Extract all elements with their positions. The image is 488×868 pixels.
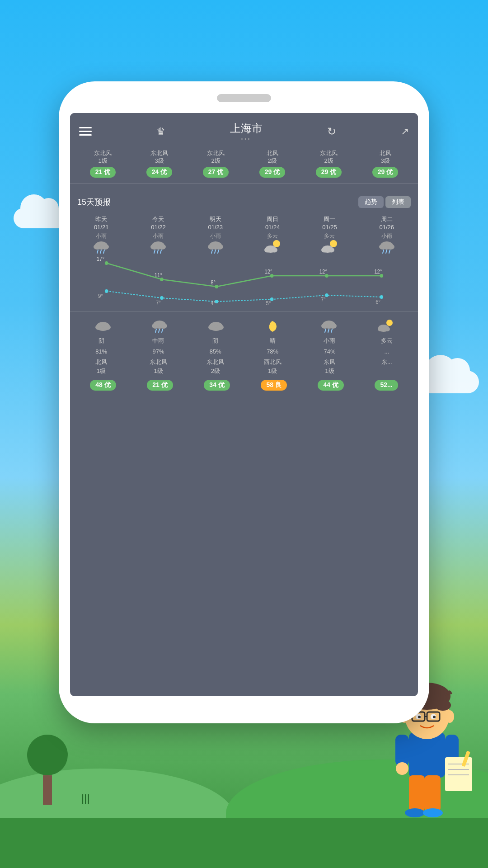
bottom-aqi-row: 48 优 21 优 34 优 58 良 44 优 52... (70, 376, 418, 394)
temperature-chart: 17° 11° 8° 12° 12° 12° 9° 7° 4° 5° 7° 6° (70, 256, 418, 306)
svg-line-89 (162, 329, 163, 332)
svg-point-50 (328, 248, 334, 253)
forecast-day-5: 周二01/26 小雨 (358, 215, 415, 255)
svg-text:7°: 7° (321, 297, 326, 302)
svg-text:8°: 8° (211, 279, 216, 285)
aqi-badge-5: 29 优 (372, 167, 398, 178)
bottom-aqi-3: 58 良 (261, 380, 286, 391)
svg-line-54 (383, 250, 384, 253)
forecast-tabs: 趋势 列表 (358, 196, 411, 208)
svg-point-101 (378, 327, 383, 331)
aqi-badge-2: 27 优 (203, 167, 229, 178)
svg-point-82 (95, 325, 103, 330)
svg-point-99 (386, 320, 393, 326)
condition-2: 阴 (187, 336, 244, 345)
menu-button[interactable] (79, 127, 92, 136)
detail-icons-row (70, 317, 418, 335)
svg-point-14 (396, 762, 408, 775)
svg-text:9°: 9° (98, 293, 103, 299)
svg-line-40 (211, 250, 212, 253)
svg-text:17°: 17° (97, 256, 104, 262)
svg-text:4°: 4° (211, 300, 216, 306)
forecast-title: 15天预报 (77, 197, 111, 208)
humidity-2: 85% (187, 347, 244, 356)
svg-line-34 (154, 250, 155, 253)
wind-2: 东北风2级 (187, 358, 244, 375)
aqi-item-1: 东北风3级 24 优 (146, 150, 172, 178)
aqi-badge-1: 24 优 (146, 167, 172, 178)
detail-icon-2 (188, 319, 244, 334)
humidity-1: 97% (130, 347, 187, 356)
detail-icon-4 (300, 319, 357, 334)
svg-point-83 (103, 325, 111, 330)
detail-icon-3 (244, 319, 300, 334)
detail-icon-1 (131, 319, 188, 334)
svg-point-24 (423, 808, 443, 817)
bottom-aqi-2: 34 优 (204, 380, 230, 391)
svg-line-97 (328, 329, 329, 332)
aqi-row: 东北风1级 21 优 东北风3级 24 优 东北风2级 27 优 北风2级 29… (70, 146, 418, 181)
svg-point-43 (273, 240, 280, 247)
svg-line-28 (97, 250, 98, 253)
phone-screen: ♛ 上海市 ••• ↻ ↗ 东北风1级 21 优 东北风3级 24 优 东北风2… (70, 113, 418, 696)
svg-rect-22 (425, 775, 441, 811)
condition-0: 阴 (73, 336, 130, 345)
humidity-row: 81% 97% 85% 78% 74% ... (70, 346, 418, 357)
aqi-item-0: 东北风1级 21 优 (90, 150, 116, 178)
wind-0: 北风1级 (73, 358, 130, 375)
svg-point-12 (445, 710, 454, 723)
crown-icon: ♛ (156, 126, 165, 137)
svg-line-56 (389, 250, 390, 253)
tab-list[interactable]: 列表 (385, 196, 411, 208)
aqi-item-2: 东北风2级 27 优 (203, 150, 229, 178)
svg-point-63 (105, 289, 108, 293)
svg-point-10 (433, 716, 436, 718)
rain-icon-2 (207, 240, 224, 255)
refresh-button[interactable]: ↻ (327, 125, 336, 138)
rain-icon-1 (150, 240, 167, 255)
tab-trend[interactable]: 趋势 (358, 196, 384, 208)
wind-5: 东... (358, 358, 415, 375)
svg-text:12°: 12° (264, 269, 272, 274)
aqi-badge-3: 29 优 (259, 167, 285, 178)
svg-text:12°: 12° (319, 269, 327, 274)
svg-rect-21 (409, 775, 425, 811)
svg-rect-16 (445, 757, 472, 791)
svg-point-47 (330, 240, 337, 247)
aqi-item-5: 北风3级 29 优 (372, 150, 398, 178)
svg-line-42 (218, 250, 219, 253)
detail-icon-0 (75, 319, 131, 334)
svg-point-61 (325, 274, 328, 278)
forecast-days-row: 昨天01/21 小雨 今天01/22 小雨 (70, 212, 418, 256)
svg-point-57 (105, 261, 108, 265)
condition-4: 小雨 (301, 336, 358, 345)
share-button[interactable]: ↗ (401, 126, 409, 137)
svg-point-94 (321, 323, 328, 329)
svg-text:5°: 5° (266, 300, 271, 306)
detail-icon-5 (357, 319, 413, 334)
svg-point-49 (321, 248, 328, 253)
city-dots: ••• (230, 137, 263, 142)
svg-point-53 (387, 244, 394, 250)
svg-text:6°: 6° (375, 299, 380, 305)
phone-speaker (217, 94, 271, 102)
bottom-aqi-1: 21 优 (147, 380, 173, 391)
svg-line-55 (386, 250, 387, 253)
svg-point-60 (270, 274, 274, 278)
aqi-item-3: 北风2级 29 优 (259, 150, 285, 178)
svg-point-52 (379, 244, 386, 250)
tree-decoration (27, 735, 68, 805)
aqi-badge-4: 29 优 (316, 167, 342, 178)
svg-point-38 (208, 244, 215, 250)
svg-text:12°: 12° (374, 269, 382, 274)
condition-5: 多云 (358, 336, 415, 345)
svg-point-9 (418, 716, 421, 718)
svg-line-35 (157, 250, 158, 253)
bottom-aqi-4: 44 优 (318, 380, 343, 391)
bottom-aqi-0: 48 优 (90, 380, 116, 391)
forecast-header: 15天预报 趋势 列表 (70, 191, 418, 212)
svg-point-95 (329, 323, 337, 329)
svg-rect-13 (395, 735, 409, 766)
condition-3: 晴 (244, 336, 301, 345)
humidity-0: 81% (73, 347, 130, 356)
